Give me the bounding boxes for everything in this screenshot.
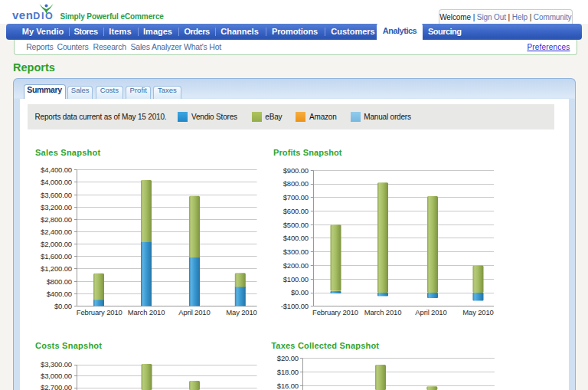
svg-text:$4,000.00: $4,000.00: [41, 178, 72, 186]
svg-text:$400.00: $400.00: [47, 290, 72, 298]
svg-text:$3,200.00: $3,200.00: [41, 203, 72, 211]
svg-text:$3,000.00: $3,000.00: [41, 372, 72, 380]
svg-text:$2,800.00: $2,800.00: [41, 215, 72, 224]
svg-text:March 2010: March 2010: [128, 308, 165, 316]
svg-text:$200.00: $200.00: [283, 261, 309, 270]
svg-text:$2,700.00: $2,700.00: [41, 383, 72, 390]
svg-text:May 2010: May 2010: [226, 308, 257, 316]
svg-text:$20.00: $20.00: [277, 354, 299, 362]
svg-text:$0.00: $0.00: [291, 288, 309, 297]
svg-text:May 2010: May 2010: [462, 308, 494, 316]
svg-text:$500.00: $500.00: [283, 221, 309, 229]
svg-text:$300.00: $300.00: [283, 247, 309, 256]
svg-text:$2,400.00: $2,400.00: [41, 228, 72, 236]
svg-text:$3,600.00: $3,600.00: [41, 191, 72, 199]
svg-text:February 2010: February 2010: [312, 308, 358, 316]
svg-text:$0.00: $0.00: [54, 302, 72, 310]
svg-text:Profits Snapshot: Profits Snapshot: [273, 148, 342, 157]
svg-text:$4,400.00: $4,400.00: [41, 166, 72, 174]
svg-text:April 2010: April 2010: [415, 308, 446, 316]
svg-text:$2,000.00: $2,000.00: [41, 240, 72, 248]
svg-text:Costs Snapshot: Costs Snapshot: [35, 341, 102, 350]
svg-text:February 2010: February 2010: [77, 308, 122, 316]
svg-text:$16.00: $16.00: [277, 382, 299, 390]
svg-text:$1,600.00: $1,600.00: [41, 252, 72, 261]
svg-text:$1,200.00: $1,200.00: [41, 264, 72, 273]
svg-text:$900.00: $900.00: [283, 166, 309, 175]
svg-text:Sales Snapshot: Sales Snapshot: [35, 148, 101, 157]
svg-text:$800.00: $800.00: [283, 179, 309, 188]
svg-text:March 2010: March 2010: [364, 308, 402, 316]
svg-text:Taxes Collected Snapshot: Taxes Collected Snapshot: [271, 341, 379, 350]
svg-text:$100.00: $100.00: [283, 275, 309, 283]
svg-text:$400.00: $400.00: [283, 234, 309, 242]
svg-text:$3,300.00: $3,300.00: [41, 360, 72, 369]
svg-text:-$100.00: -$100.00: [281, 302, 309, 310]
svg-text:$18.00: $18.00: [277, 368, 299, 376]
svg-text:$600.00: $600.00: [283, 207, 309, 215]
svg-text:$700.00: $700.00: [283, 193, 309, 202]
svg-text:April 2010: April 2010: [178, 308, 210, 316]
svg-text:$800.00: $800.00: [47, 277, 72, 286]
